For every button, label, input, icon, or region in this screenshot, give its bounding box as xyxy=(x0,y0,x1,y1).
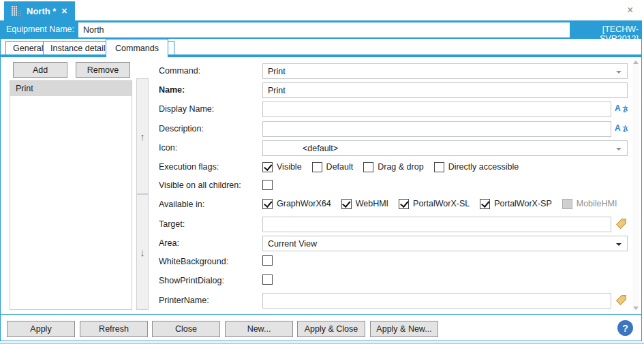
checkbox-box xyxy=(262,255,273,266)
document-tab-title: North * xyxy=(27,6,56,16)
target-input[interactable] xyxy=(262,217,611,232)
checkbox-box xyxy=(262,180,273,190)
command-label: Command: xyxy=(159,66,261,76)
footer-divider xyxy=(1,314,641,315)
down-arrow-icon: ↓ xyxy=(140,247,145,258)
description-label: Description: xyxy=(159,124,261,133)
window-close-icon[interactable]: × xyxy=(627,5,633,16)
tag-icon[interactable] xyxy=(615,218,627,232)
form-scrollbar[interactable] xyxy=(632,59,639,311)
tag-icon[interactable] xyxy=(615,294,627,308)
area-value: Current View xyxy=(268,239,317,249)
tab-close-icon[interactable]: × xyxy=(61,6,67,16)
icon-dropdown[interactable]: <default> xyxy=(262,140,628,156)
apply-button[interactable]: Apply xyxy=(7,321,75,337)
checkbox-box xyxy=(262,199,273,209)
checkbox-portalworx-sl[interactable]: PortalWorX-SL xyxy=(399,199,470,209)
checkbox-drag-drop[interactable]: Drag & drop xyxy=(363,162,423,172)
list-item-label: Print xyxy=(16,84,33,93)
area-dropdown[interactable]: Current View xyxy=(262,236,628,251)
checkbox-visible[interactable]: Visible xyxy=(262,162,302,172)
checkbox-portalworx-sp[interactable]: PortalWorX-SP xyxy=(480,199,552,209)
server-badge: [TECHW-SVR2012] xyxy=(573,25,639,44)
chevron-down-icon xyxy=(616,148,622,151)
document-tab-north[interactable]: North * × xyxy=(4,1,75,20)
checkbox-box xyxy=(363,162,373,172)
available-in-group: GraphWorX64 WebHMI PortalWorX-SL PortalW… xyxy=(262,198,617,209)
new-button[interactable]: New... xyxy=(225,321,293,337)
apply-and-new-button[interactable]: Apply & New... xyxy=(370,321,438,337)
checkbox-default[interactable]: Default xyxy=(312,162,354,172)
name-input[interactable] xyxy=(262,82,628,98)
visible-on-all-children-label: Visible on all children: xyxy=(159,180,261,190)
close-button[interactable]: Close xyxy=(152,321,220,337)
visible-on-all-children-checkbox[interactable] xyxy=(262,179,273,190)
localize-icon[interactable]: A xyxy=(615,104,629,113)
area-label: Area: xyxy=(159,238,261,248)
name-label: Name: xyxy=(159,85,261,95)
tab-commands[interactable]: Commands xyxy=(106,39,168,57)
checkbox-box xyxy=(262,162,273,172)
white-background-checkbox[interactable] xyxy=(262,255,273,266)
icon-value: <default> xyxy=(303,144,338,153)
chevron-down-icon xyxy=(616,71,622,74)
move-down-button[interactable]: ↓ xyxy=(136,194,149,310)
checkbox-graphworx64[interactable]: GraphWorX64 xyxy=(262,199,331,209)
command-dropdown[interactable]: Print xyxy=(262,63,628,79)
checkbox-box xyxy=(434,162,444,172)
checkbox-directly-accessible[interactable]: Directly accessible xyxy=(434,162,519,172)
bottom-divider xyxy=(0,343,644,344)
equipment-name-input[interactable] xyxy=(78,22,570,37)
display-name-input[interactable] xyxy=(262,101,611,117)
checkbox-box xyxy=(341,199,352,209)
target-label: Target: xyxy=(159,219,261,229)
remove-button[interactable]: Remove xyxy=(76,62,130,78)
list-item-print[interactable]: Print xyxy=(10,81,132,96)
checkbox-box xyxy=(480,199,490,209)
show-print-dialog-label: ShowPrintDialog: xyxy=(159,276,261,285)
up-arrow-icon: ↑ xyxy=(140,131,145,142)
execution-flags-group: Visible Default Drag & drop Directly acc… xyxy=(262,161,519,172)
help-icon[interactable]: ? xyxy=(617,320,633,336)
apply-and-close-button[interactable]: Apply & Close xyxy=(297,321,365,337)
printer-name-input[interactable] xyxy=(262,293,611,309)
checkbox-webhmi[interactable]: WebHMI xyxy=(341,199,388,209)
checkbox-box xyxy=(262,274,273,285)
add-button[interactable]: Add xyxy=(13,62,67,78)
equipment-icon xyxy=(12,6,21,16)
commands-list[interactable]: Print xyxy=(10,80,132,310)
checkbox-mobilehmi: MobileHMI xyxy=(562,199,617,209)
chevron-down-icon xyxy=(616,243,622,246)
equipment-editor-window: North * × × Equipment Name: [TECHW-SVR20… xyxy=(0,0,644,346)
available-in-label: Available in: xyxy=(159,200,261,209)
scroll-up-icon[interactable] xyxy=(633,61,639,64)
localize-icon[interactable]: A xyxy=(615,123,629,133)
checkbox-box xyxy=(399,199,409,209)
refresh-button[interactable]: Refresh xyxy=(80,321,148,337)
execution-flags-label: Execution flags: xyxy=(159,162,261,172)
scroll-down-icon[interactable] xyxy=(633,306,639,310)
icon-label: Icon: xyxy=(159,143,261,153)
show-print-dialog-checkbox[interactable] xyxy=(262,274,273,285)
checkbox-box xyxy=(562,199,572,209)
description-input[interactable] xyxy=(262,121,611,137)
move-up-button[interactable]: ↑ xyxy=(136,78,149,194)
checkbox-box xyxy=(312,162,322,172)
display-name-label: Display Name: xyxy=(159,104,261,114)
white-background-label: WhiteBackground: xyxy=(159,257,261,266)
equipment-name-label: Equipment Name: xyxy=(6,25,74,34)
command-value: Print xyxy=(268,67,286,76)
reorder-strip: ↑ ↓ xyxy=(136,78,149,310)
printer-name-label: PrinterName: xyxy=(159,296,261,305)
